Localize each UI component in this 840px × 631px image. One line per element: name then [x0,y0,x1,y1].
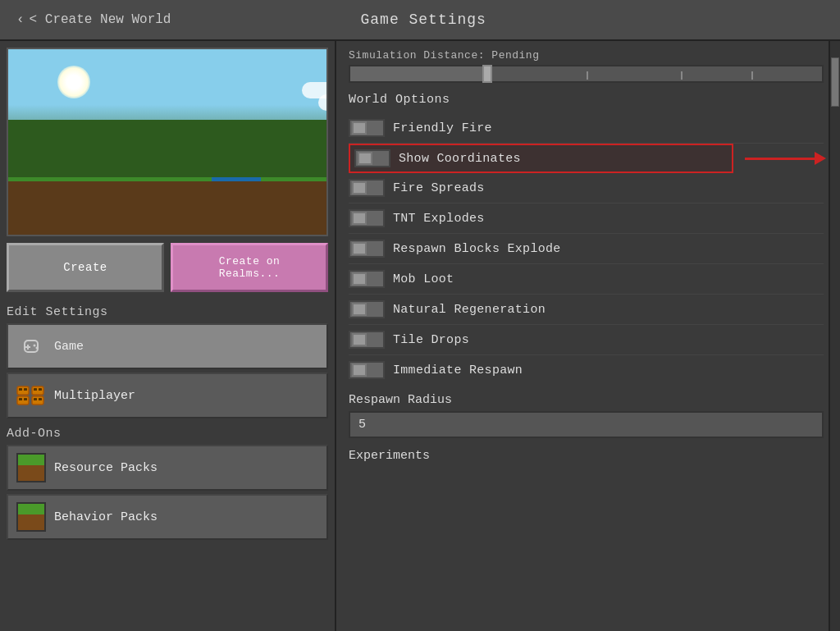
svg-rect-12 [34,388,37,391]
toggle-switch-immediate-respawn[interactable] [349,361,385,379]
toggle-tile-drops[interactable]: Tile Drops [349,325,824,355]
simulation-distance-slider[interactable] [349,65,824,83]
slider-tick-3 [751,71,753,80]
toggle-row-show-coordinates: Show Coordinates [354,149,728,167]
cloud-2 [318,94,328,111]
world-options-label: World Options [349,93,824,107]
svg-rect-13 [39,388,42,391]
respawn-radius-input[interactable] [349,411,824,438]
toggle-knob-show-coordinates [358,152,372,165]
toggle-row-tile-drops: Tile Drops [349,331,824,349]
svg-rect-14 [32,396,43,405]
svg-rect-10 [24,398,27,400]
sidebar-item-game[interactable]: Game [7,323,328,369]
multiplayer-icon [16,381,46,410]
toggle-mob-loot[interactable]: Mob Loot [349,264,824,295]
behavior-packs-label: Behavior Packs [54,510,158,524]
toggle-knob-mob-loot [352,272,367,286]
grass-block-icon-resource [16,453,46,482]
main-layout: Create Create onRealms... Edit Settings … [0,41,840,631]
resource-packs-label: Resource Packs [54,461,158,475]
toggle-switch-friendly-fire[interactable] [349,119,385,137]
toggle-immediate-respawn[interactable]: Immediate Respawn [349,355,824,385]
toggles-list: Friendly Fire Show Coordinates [349,113,824,385]
create-button[interactable]: Create [7,243,164,292]
create-realms-label: Create onRealms... [219,255,281,280]
svg-point-3 [34,345,36,347]
toggle-knob-immediate-respawn [352,364,367,377]
toggle-row-natural-regeneration: Natural Regeneration [349,300,824,318]
toggle-label-show-coordinates: Show Coordinates [399,152,521,166]
toggle-row-respawn-blocks-explode: Respawn Blocks Explode [349,240,824,258]
multiplayer-label: Multiplayer [54,389,135,403]
simulation-distance-label: Simulation Distance: Pending [349,49,824,62]
settings-scroll-area[interactable]: Simulation Distance: Pending World Optio… [336,41,840,631]
toggle-switch-respawn-blocks-explode[interactable] [349,240,385,258]
slider-tick-2 [681,71,682,80]
world-preview [7,48,328,236]
svg-rect-16 [39,398,42,400]
svg-rect-15 [34,398,37,400]
scrollbar[interactable] [829,41,840,631]
experiments-label: Experiments [349,449,824,463]
svg-point-4 [36,347,39,350]
toggle-row-immediate-respawn: Immediate Respawn [349,361,824,379]
toggle-label-immediate-respawn: Immediate Respawn [393,364,523,377]
arrow-annotation [745,152,826,165]
toggle-switch-show-coordinates[interactable] [354,149,390,167]
arrow-head [815,152,826,165]
toggle-label-tnt-explodes: TNT Explodes [393,212,485,226]
toggle-respawn-blocks-explode[interactable]: Respawn Blocks Explode [349,234,824,264]
toggle-row-mob-loot: Mob Loot [349,270,824,288]
action-buttons: Create Create onRealms... [7,243,328,292]
toggle-switch-natural-regeneration[interactable] [349,300,385,318]
toggle-switch-fire-spreads[interactable] [349,179,385,197]
slider-fill [350,66,492,81]
toggle-label-mob-loot: Mob Loot [393,272,454,286]
toggle-label-tile-drops: Tile Drops [393,333,469,347]
toggle-friendly-fire[interactable]: Friendly Fire [349,113,824,144]
svg-rect-2 [25,346,30,348]
preview-sun [57,66,90,98]
toggle-row-friendly-fire: Friendly Fire [349,119,824,137]
create-realms-button[interactable]: Create onRealms... [171,243,328,292]
toggle-tnt-explodes[interactable]: TNT Explodes [349,203,824,234]
toggle-label-natural-regeneration: Natural Regeneration [393,303,546,317]
grass-block-icon-behavior [16,502,46,532]
back-button[interactable]: ‹ < Create New World [16,12,171,27]
svg-rect-8 [17,396,29,405]
toggle-knob-fire-spreads [352,181,367,194]
toggle-switch-tnt-explodes[interactable] [349,209,385,227]
controller-icon [16,332,46,361]
page-title: Game Settings [361,11,486,28]
svg-rect-5 [17,386,29,395]
back-arrow-icon: ‹ [16,12,25,27]
addons-label: Add-Ons [7,427,328,441]
toggle-row-tnt-explodes: TNT Explodes [349,209,824,227]
toggle-natural-regeneration[interactable]: Natural Regeneration [349,295,824,325]
slider-thumb[interactable] [482,65,492,83]
edit-settings-label: Edit Settings [7,305,328,319]
toggle-knob-friendly-fire [352,121,367,135]
toggle-label-friendly-fire: Friendly Fire [393,121,492,135]
toggle-row-fire-spreads: Fire Spreads [349,179,824,197]
toggle-knob-natural-regeneration [352,303,367,316]
toggle-show-coordinates[interactable]: Show Coordinates [349,144,733,173]
toggle-fire-spreads[interactable]: Fire Spreads [349,173,824,203]
simulation-distance-section: Simulation Distance: Pending [349,49,824,83]
toggle-switch-tile-drops[interactable] [349,331,385,349]
toggle-knob-tile-drops [352,333,367,346]
sidebar-item-behavior-packs[interactable]: Behavior Packs [7,494,328,540]
right-panel: Simulation Distance: Pending World Optio… [336,41,840,631]
toggle-knob-respawn-blocks-explode [352,242,367,255]
toggle-switch-mob-loot[interactable] [349,270,385,288]
svg-rect-6 [19,388,22,391]
preview-trees [8,120,326,185]
back-label: < Create New World [30,12,171,27]
sidebar-item-multiplayer[interactable]: Multiplayer [7,373,328,418]
scrollbar-thumb[interactable] [831,57,839,107]
toggle-label-respawn-blocks-explode: Respawn Blocks Explode [393,242,561,256]
toggle-label-fire-spreads: Fire Spreads [393,181,485,195]
respawn-radius-label: Respawn Radius [349,393,824,407]
sidebar-item-resource-packs[interactable]: Resource Packs [7,445,328,491]
